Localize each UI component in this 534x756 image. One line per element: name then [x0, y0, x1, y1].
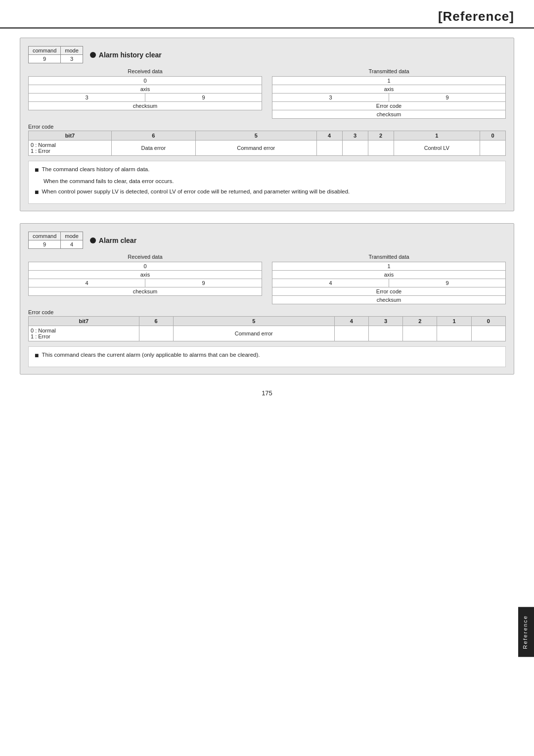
- mode-value: 4: [61, 240, 83, 249]
- table-row: Error code: [272, 287, 506, 296]
- section1-title: Alarm history clear: [90, 51, 162, 59]
- table-row: axis: [272, 85, 506, 94]
- section2-transmitted-label: Transmitted data: [272, 254, 506, 260]
- section2-received-label: Received data: [28, 254, 262, 260]
- section1-error-table: bit7 6 5 4 3 2 1 0 0 : Normal1 : Error D…: [28, 131, 506, 156]
- section1-box: command mode 9 3 Alarm history clear Rec…: [20, 38, 514, 211]
- table-row: 0: [29, 77, 262, 85]
- section2-transmitted: Transmitted data 1 axis 4 9 Error code: [272, 254, 506, 304]
- section1-transmitted-label: Transmitted data: [272, 68, 506, 74]
- table-row: 0 : Normal1 : Error Command error: [29, 326, 506, 341]
- section1-received-label: Received data: [28, 68, 262, 74]
- page-header: [Reference]: [0, 0, 534, 29]
- table-row: Error code: [272, 102, 506, 110]
- section1-transmitted: Transmitted data 1 axis 3 9 Error code: [272, 68, 506, 119]
- section2-error-code: Error code bit7 6 5 4 3 2 1 0: [28, 309, 506, 341]
- note-item: ■ This command clears the current alarm …: [35, 351, 499, 361]
- section2-received-table: 0 axis 4 9 checksum: [28, 262, 262, 296]
- table-row: 3 9: [29, 94, 262, 102]
- table-row: 0 : Normal1 : Error Data error Command e…: [29, 141, 506, 156]
- page-number: 175: [0, 389, 534, 397]
- command-value: 9: [29, 55, 61, 63]
- section1-received: Received data 0 axis 3 9 checksum: [28, 68, 262, 119]
- section2-received: Received data 0 axis 4 9 checksum: [28, 254, 262, 304]
- side-tab: Reference: [518, 607, 534, 657]
- section2-title: Alarm clear: [90, 236, 136, 244]
- table-row: bit7 6 5 4 3 2 1 0: [29, 131, 506, 141]
- section1-cmd-table: command mode 9 3: [28, 46, 83, 63]
- note-item: When the command fails to clear, data er…: [35, 177, 499, 186]
- section2-error-table: bit7 6 5 4 3 2 1 0 0 : Normal1 : Error: [28, 316, 506, 341]
- table-row: axis: [272, 271, 506, 279]
- command-label: command: [29, 232, 61, 240]
- note-item: ■ The command clears history of alarm da…: [35, 165, 499, 175]
- section1-error-code: Error code bit7 6 5 4 3 2 1 0: [28, 124, 506, 156]
- section2-box: command mode 9 4 Alarm clear Received da…: [20, 223, 514, 375]
- page-title: [Reference]: [438, 9, 514, 24]
- table-row: 1: [272, 77, 506, 85]
- section2-bullet-icon: [90, 237, 96, 243]
- table-row: 0: [29, 262, 262, 271]
- section2-data-tables: Received data 0 axis 4 9 checksum: [28, 254, 506, 304]
- section2-cmd-table: command mode 9 4: [28, 232, 83, 249]
- section1-cmd-header: command mode 9 3 Alarm history clear: [28, 46, 506, 63]
- table-row: checksum: [29, 287, 262, 296]
- table-row: checksum: [272, 110, 506, 119]
- section1-transmitted-table: 1 axis 3 9 Error code checksum: [272, 76, 506, 119]
- section2-cmd-header: command mode 9 4 Alarm clear: [28, 232, 506, 249]
- table-row: bit7 6 5 4 3 2 1 0: [29, 317, 506, 326]
- content-area: command mode 9 3 Alarm history clear Rec…: [0, 38, 534, 375]
- section1-bullet-icon: [90, 52, 96, 58]
- table-row: axis: [29, 271, 262, 279]
- mode-label: mode: [61, 232, 83, 240]
- command-label: command: [29, 47, 61, 55]
- section1-error-code-label: Error code: [28, 124, 506, 130]
- section2-notes: ■ This command clears the current alarm …: [28, 346, 506, 367]
- table-row: 3 9: [272, 94, 506, 102]
- command-value: 9: [29, 240, 61, 249]
- table-row: 4 9: [272, 279, 506, 287]
- table-row: 4 9: [29, 279, 262, 287]
- section2-transmitted-table: 1 axis 4 9 Error code checksum: [272, 262, 506, 304]
- section2-error-code-label: Error code: [28, 309, 506, 315]
- section1-received-table: 0 axis 3 9 checksum: [28, 76, 262, 110]
- note-item: ■ When control power supply LV is detect…: [35, 188, 499, 197]
- table-row: 1: [272, 262, 506, 271]
- table-row: checksum: [272, 296, 506, 304]
- mode-label: mode: [61, 47, 83, 55]
- mode-value: 3: [61, 55, 83, 63]
- table-row: axis: [29, 85, 262, 94]
- section1-notes: ■ The command clears history of alarm da…: [28, 161, 506, 204]
- section1-data-tables: Received data 0 axis 3 9 checksum: [28, 68, 506, 119]
- table-row: checksum: [29, 102, 262, 110]
